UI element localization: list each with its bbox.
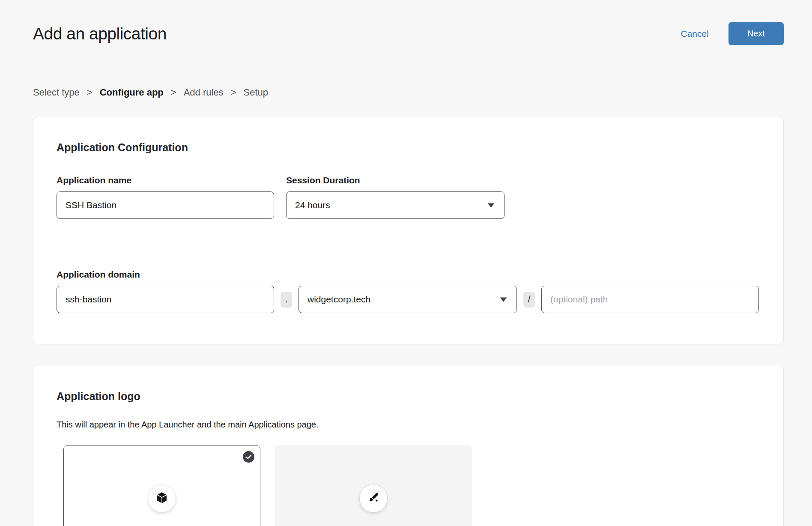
page-header: Add an application Cancel Next: [33, 22, 784, 45]
logo-card-title: Application logo: [57, 390, 760, 403]
step-separator: >: [231, 87, 236, 98]
custom-logo-circle: [360, 485, 387, 512]
domain-select-value: widgetcorp.tech: [307, 294, 370, 305]
slash-separator: /: [523, 292, 535, 308]
path-input[interactable]: [541, 286, 759, 313]
chevron-down-icon: [487, 203, 495, 208]
dot-separator: .: [281, 292, 292, 308]
step-separator: >: [171, 87, 176, 98]
session-duration-field: Session Duration 24 hours: [286, 175, 505, 219]
breadcrumb: Select type > Configure app > Add rules …: [33, 87, 784, 98]
session-duration-label: Session Duration: [286, 175, 505, 185]
step-select-type[interactable]: Select type: [33, 87, 80, 98]
application-configuration-card: Application Configuration Application na…: [33, 117, 784, 344]
next-button[interactable]: Next: [728, 22, 784, 45]
step-add-rules[interactable]: Add rules: [184, 87, 224, 98]
page: Add an application Cancel Next Select ty…: [33, 22, 784, 526]
cube-icon: [155, 491, 168, 506]
application-name-field: Application name: [57, 175, 274, 219]
header-actions: Cancel Next: [681, 22, 784, 45]
subdomain-input[interactable]: [57, 286, 274, 313]
domain-select[interactable]: widgetcorp.tech: [299, 286, 517, 313]
session-duration-value: 24 hours: [295, 200, 330, 210]
name-duration-row: Application name Session Duration 24 hou…: [57, 175, 760, 219]
selected-check-icon: [243, 451, 254, 463]
logo-description: This will appear in the App Launcher and…: [57, 420, 760, 430]
application-name-input[interactable]: [57, 191, 274, 219]
cancel-button[interactable]: Cancel: [681, 29, 709, 39]
logo-option-default[interactable]: [63, 445, 260, 526]
paintbrush-icon: [367, 492, 379, 505]
logo-options-row: [63, 445, 760, 526]
chevron-down-icon: [500, 297, 507, 302]
logo-option-custom[interactable]: [275, 445, 472, 526]
application-name-label: Application name: [57, 175, 274, 185]
config-card-title: Application Configuration: [57, 141, 760, 154]
application-domain-row: . widgetcorp.tech /: [57, 286, 760, 313]
step-setup[interactable]: Setup: [243, 87, 268, 98]
application-domain-section: Application domain . widgetcorp.tech /: [57, 269, 760, 313]
step-separator: >: [87, 87, 93, 98]
page-title: Add an application: [33, 24, 167, 43]
application-domain-label: Application domain: [57, 269, 140, 279]
session-duration-select[interactable]: 24 hours: [286, 191, 505, 219]
default-logo-circle: [148, 485, 176, 512]
application-logo-card: Application logo This will appear in the…: [33, 366, 784, 526]
step-configure-app[interactable]: Configure app: [100, 87, 164, 98]
